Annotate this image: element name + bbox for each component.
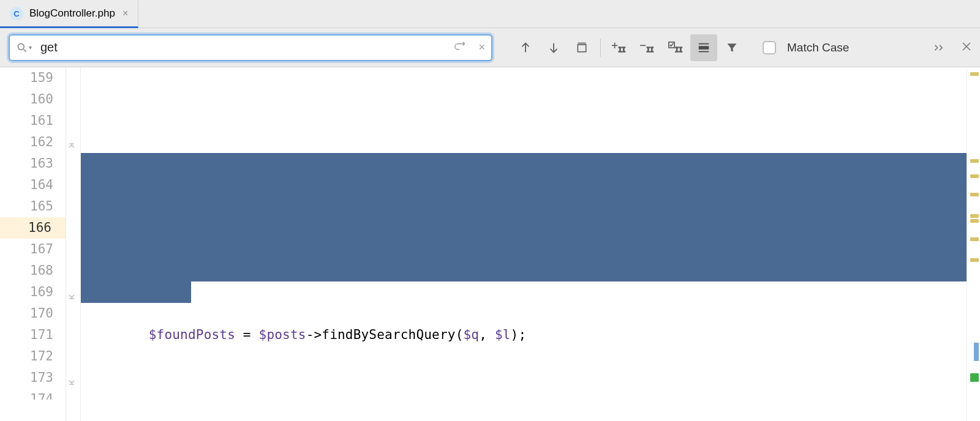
code-editor[interactable]: 1591601611621631641651661671681691701711… (0, 67, 980, 421)
tab-blogcontroller[interactable]: C BlogController.php × (0, 1, 138, 28)
fold-strip (66, 67, 81, 421)
find-toolbar: ▾ × II II II (0, 28, 980, 67)
marker-strip[interactable] (967, 67, 980, 421)
php-class-icon: C (10, 7, 23, 20)
close-search-icon[interactable] (962, 42, 971, 54)
svg-rect-4 (578, 45, 586, 52)
filter-button[interactable] (718, 34, 745, 61)
code-line: $foundPosts = $posts->findBySearchQuery(… (81, 324, 967, 346)
select-all-button[interactable] (568, 34, 595, 61)
tab-filename: BlogController.php (29, 7, 115, 20)
svg-point-0 (18, 43, 24, 50)
add-selection-button[interactable]: II (606, 34, 633, 61)
toolbar-separator (600, 39, 601, 57)
line-number-gutter: 1591601611621631641651661671681691701711… (0, 67, 66, 421)
prev-match-button[interactable] (512, 34, 539, 61)
clear-search-icon[interactable]: × (478, 41, 485, 54)
search-icon (16, 42, 28, 54)
more-options-button[interactable] (933, 43, 946, 53)
svg-text:II: II (675, 47, 682, 53)
close-tab-icon[interactable]: × (121, 8, 129, 19)
tab-bar: C BlogController.php × (0, 0, 980, 28)
svg-text:II: II (646, 47, 654, 53)
code-area[interactable]: $foundPosts = $posts->findBySearchQuery(… (81, 67, 967, 421)
match-case-label: Match Case (787, 41, 849, 54)
search-box[interactable]: ▾ × (9, 34, 492, 61)
svg-rect-14 (699, 46, 709, 50)
svg-text:II: II (618, 47, 625, 53)
search-input[interactable] (40, 40, 454, 54)
remove-selection-button[interactable]: II (634, 34, 661, 61)
svg-line-1 (24, 49, 26, 51)
toggle-in-selection-button[interactable] (690, 34, 717, 61)
select-all-occurrences-button[interactable]: II (662, 34, 689, 61)
search-options-dropdown-icon[interactable]: ▾ (29, 44, 32, 51)
search-history-icon[interactable] (454, 41, 467, 54)
match-case-checkbox[interactable] (763, 41, 776, 54)
next-match-button[interactable] (540, 34, 567, 61)
find-actions: II II II (512, 34, 745, 61)
code-line (81, 410, 967, 421)
